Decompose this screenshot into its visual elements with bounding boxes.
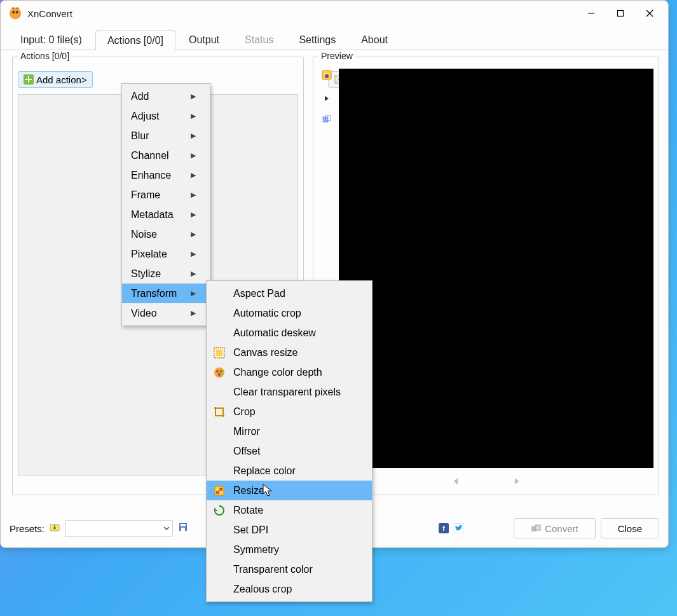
menu-item-metadata[interactable]: Metadata▶ bbox=[122, 205, 210, 224]
preview-play-icon[interactable] bbox=[324, 93, 330, 104]
menu-item-add[interactable]: Add▶ bbox=[122, 86, 210, 106]
svg-point-12 bbox=[325, 74, 329, 78]
submenu-item-zealous-crop[interactable]: Zealous crop bbox=[207, 579, 372, 599]
tab-actions[interactable]: Actions [0/0] bbox=[95, 31, 175, 50]
submenu-arrow-icon: ▶ bbox=[191, 289, 196, 298]
close-button[interactable]: Close bbox=[601, 518, 659, 538]
menu-item-noise[interactable]: Noise▶ bbox=[122, 224, 210, 244]
submenu-item-canvas-resize[interactable]: Canvas resize bbox=[207, 343, 372, 362]
chevron-down-icon bbox=[163, 525, 170, 531]
menu-item-channel[interactable]: Channel▶ bbox=[122, 146, 210, 165]
add-action-category-menu: Add▶Adjust▶Blur▶Channel▶Enhance▶Frame▶Me… bbox=[121, 83, 210, 326]
submenu-arrow-icon: ▶ bbox=[191, 210, 196, 219]
submenu-item-aspect-pad[interactable]: Aspect Pad bbox=[207, 284, 372, 303]
svg-point-28 bbox=[220, 370, 222, 373]
svg-point-0 bbox=[10, 8, 21, 19]
submenu-arrow-icon: ▶ bbox=[191, 230, 196, 238]
svg-point-1 bbox=[12, 11, 15, 13]
submenu-arrow-icon: ▶ bbox=[191, 250, 196, 258]
submenu-arrow-icon: ▶ bbox=[191, 151, 196, 160]
actions-group-title: Actions [0/0] bbox=[18, 51, 72, 61]
svg-rect-18 bbox=[181, 528, 185, 531]
preview-canvas bbox=[339, 69, 653, 468]
submenu-item-rotate[interactable]: Rotate bbox=[207, 500, 372, 520]
submenu-arrow-icon: ▶ bbox=[191, 112, 196, 120]
save-preset-icon[interactable] bbox=[178, 522, 188, 535]
menu-item-adjust[interactable]: Adjust▶ bbox=[122, 106, 210, 126]
prev-image-button[interactable] bbox=[449, 476, 461, 489]
maximize-button[interactable] bbox=[606, 4, 635, 23]
menu-item-pixelate[interactable]: Pixelate▶ bbox=[122, 244, 210, 264]
submenu-item-automatic-crop[interactable]: Automatic crop bbox=[207, 303, 372, 323]
twitter-icon[interactable] bbox=[454, 523, 464, 533]
submenu-item-offset[interactable]: Offset bbox=[207, 441, 372, 461]
preview-after-icon[interactable] bbox=[322, 114, 332, 127]
menu-item-blur[interactable]: Blur▶ bbox=[122, 126, 210, 146]
change-color-depth-icon bbox=[213, 366, 226, 379]
submenu-item-automatic-deskew[interactable]: Automatic deskew bbox=[207, 323, 372, 343]
submenu-item-mirror[interactable]: Mirror bbox=[207, 421, 372, 441]
svg-rect-4 bbox=[618, 11, 624, 17]
submenu-item-crop[interactable]: Crop bbox=[207, 402, 372, 421]
svg-rect-25 bbox=[216, 350, 222, 356]
tab-bar: Input: 0 file(s) Actions [0/0] Output St… bbox=[1, 30, 668, 50]
svg-rect-23 bbox=[535, 525, 540, 530]
menu-item-video[interactable]: Video▶ bbox=[122, 303, 210, 323]
titlebar: XnConvert bbox=[1, 1, 668, 26]
crop-icon bbox=[213, 406, 226, 418]
convert-icon bbox=[531, 523, 541, 533]
tab-settings[interactable]: Settings bbox=[287, 30, 348, 50]
window-title: XnConvert bbox=[27, 8, 577, 19]
presets-combo[interactable] bbox=[65, 520, 173, 537]
resize-icon bbox=[213, 484, 226, 497]
submenu-item-symmetry[interactable]: Symmetry bbox=[207, 540, 372, 559]
submenu-arrow-icon: ▶ bbox=[191, 92, 196, 100]
submenu-arrow-icon: ▶ bbox=[191, 191, 196, 199]
submenu-arrow-icon: ▶ bbox=[191, 309, 196, 317]
submenu-item-clear-transparent-pixels[interactable]: Clear transparent pixels bbox=[207, 382, 372, 402]
add-action-button[interactable]: Add action> bbox=[18, 71, 93, 88]
submenu-item-set-dpi[interactable]: Set DPI bbox=[207, 520, 372, 540]
presets-label: Presets: bbox=[10, 523, 44, 534]
submenu-item-transparent-color[interactable]: Transparent color bbox=[207, 559, 372, 579]
menu-item-frame[interactable]: Frame▶ bbox=[122, 185, 210, 205]
preview-before-icon[interactable] bbox=[322, 70, 332, 83]
close-window-button[interactable] bbox=[635, 4, 664, 23]
plus-icon bbox=[24, 74, 34, 85]
facebook-icon[interactable]: f bbox=[439, 523, 449, 533]
menu-item-enhance[interactable]: Enhance▶ bbox=[122, 165, 210, 185]
submenu-arrow-icon: ▶ bbox=[191, 270, 196, 278]
tab-input[interactable]: Input: 0 file(s) bbox=[8, 30, 94, 50]
menu-item-stylize[interactable]: Stylize▶ bbox=[122, 264, 210, 284]
menu-item-transform[interactable]: Transform▶ bbox=[122, 284, 210, 303]
svg-point-2 bbox=[16, 11, 18, 13]
rotate-icon bbox=[213, 504, 226, 517]
minimize-button[interactable] bbox=[577, 4, 606, 23]
presets-load-icon[interactable] bbox=[50, 522, 60, 535]
app-icon bbox=[8, 6, 22, 20]
svg-point-26 bbox=[214, 367, 224, 378]
tab-about[interactable]: About bbox=[349, 30, 400, 50]
tab-output[interactable]: Output bbox=[177, 30, 231, 50]
svg-point-29 bbox=[218, 373, 221, 376]
submenu-item-replace-color[interactable]: Replace color bbox=[207, 461, 372, 481]
svg-point-27 bbox=[216, 370, 219, 373]
canvas-resize-icon bbox=[213, 346, 226, 359]
svg-text:f: f bbox=[442, 524, 445, 532]
svg-rect-17 bbox=[181, 524, 186, 526]
submenu-item-change-color-depth[interactable]: Change color depth bbox=[207, 362, 372, 382]
preview-group-title: Preview bbox=[318, 51, 355, 61]
submenu-item-resize[interactable]: Resize bbox=[207, 481, 372, 500]
submenu-arrow-icon: ▶ bbox=[191, 132, 196, 140]
convert-button[interactable]: Convert bbox=[514, 518, 596, 538]
tab-status[interactable]: Status bbox=[233, 30, 285, 50]
transform-submenu: Aspect PadAutomatic cropAutomatic deskew… bbox=[206, 280, 373, 602]
submenu-arrow-icon: ▶ bbox=[191, 171, 196, 179]
next-image-button[interactable] bbox=[512, 476, 523, 489]
